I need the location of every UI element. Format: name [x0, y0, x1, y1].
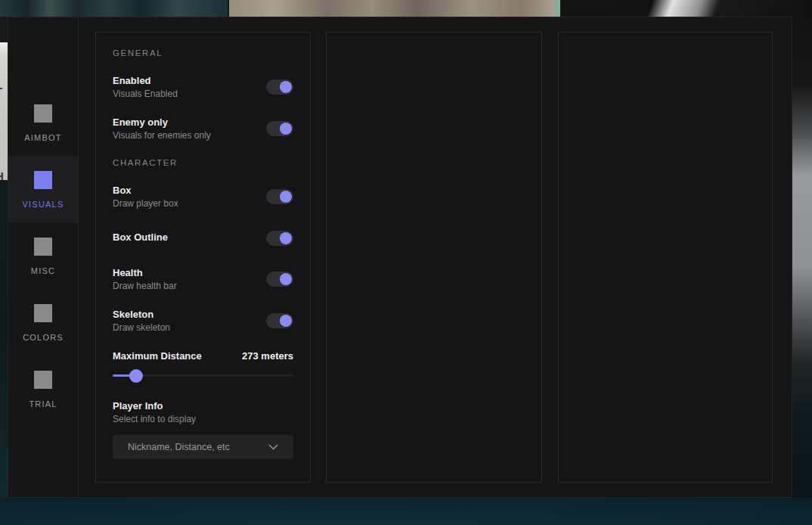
sidebar-item-trial[interactable]: TRIAL: [8, 356, 78, 422]
toggle-knob: [280, 81, 292, 93]
bg-text-fragment: T: [0, 85, 2, 98]
settings-panel-empty-2: [326, 32, 542, 483]
toggle-knob: [280, 232, 292, 244]
setting-row-max-distance: Maximum Distance 273 meters: [113, 350, 293, 377]
setting-row-health: Health Draw health bar: [113, 267, 293, 291]
toggle-knob: [280, 273, 292, 285]
setting-title: Enabled: [113, 75, 178, 86]
section-header-character: CHARACTER: [113, 158, 293, 167]
setting-title: Box Outline: [113, 231, 168, 243]
setting-title: Enemy only: [113, 116, 211, 128]
section-header-general: GENERAL: [113, 48, 293, 57]
setting-row-skeleton: Skeleton Draw skeleton: [113, 309, 293, 333]
visuals-icon: [34, 171, 52, 189]
setting-subtitle: Draw health bar: [113, 281, 177, 291]
toggle-knob: [280, 315, 292, 327]
colors-icon: [34, 304, 52, 322]
setting-subtitle: Select info to display: [113, 414, 293, 424]
bg-divider: [554, 0, 560, 17]
enabled-toggle[interactable]: [266, 79, 293, 95]
distance-slider-knob[interactable]: [129, 369, 143, 383]
dropdown-selected-value: Nickname, Distance, etc: [128, 442, 230, 452]
health-toggle[interactable]: [266, 272, 293, 287]
distance-slider[interactable]: [113, 374, 293, 377]
setting-subtitle: Visuals Enabled: [113, 89, 178, 99]
setting-title: Health: [113, 267, 177, 278]
box-toggle[interactable]: [266, 189, 293, 204]
toggle-knob: [280, 123, 292, 135]
bg-bottom-glow: [0, 498, 812, 525]
aimbot-icon: [34, 104, 52, 123]
setting-title: Player Info: [113, 400, 293, 412]
trial-icon: [34, 371, 52, 389]
box-outline-toggle[interactable]: [266, 231, 293, 246]
bg-left-text-column: T ( l H: [0, 42, 8, 180]
bg-screenshot-desert: [229, 0, 554, 17]
bg-text-fragment: H: [0, 169, 4, 180]
setting-row-enabled: Enabled Visuals Enabled: [113, 75, 293, 99]
sidebar-item-label: VISUALS: [23, 200, 64, 209]
sidebar-item-visuals[interactable]: VISUALS: [8, 156, 78, 222]
sidebar-item-label: COLORS: [23, 333, 64, 342]
sidebar-item-label: AIMBOT: [24, 133, 61, 142]
bg-screenshot-render: [560, 0, 812, 17]
sidebar-item-misc[interactable]: MISC: [8, 222, 78, 289]
distance-value: 273 meters: [242, 350, 293, 362]
visuals-settings-panel: GENERAL Enabled Visuals Enabled Enemy on…: [95, 32, 311, 483]
bg-screenshot-forest: [0, 0, 228, 17]
setting-row-enemy-only: Enemy only Visuals for enemies only: [113, 116, 293, 141]
setting-subtitle: Visuals for enemies only: [113, 130, 211, 141]
bg-right-edge-render: [792, 17, 812, 498]
bg-left-edge: [0, 17, 8, 42]
setting-row-player-info: Player Info Select info to display Nickn…: [113, 400, 293, 459]
setting-title: Skeleton: [113, 309, 170, 320]
skeleton-toggle[interactable]: [266, 313, 293, 328]
misc-icon: [34, 238, 52, 256]
bg-left-edge-lower: [0, 180, 8, 498]
chevron-down-icon: [268, 444, 278, 450]
setting-subtitle: Draw skeleton: [113, 322, 170, 333]
setting-subtitle: Draw player box: [113, 198, 178, 209]
sidebar: AIMBOT VISUALS MISC COLORS TRIAL: [8, 17, 79, 497]
enemy-only-toggle[interactable]: [266, 121, 293, 136]
sidebar-item-aimbot[interactable]: AIMBOT: [8, 89, 78, 156]
player-info-dropdown[interactable]: Nickname, Distance, etc: [113, 435, 293, 459]
setting-title: Maximum Distance: [113, 350, 202, 362]
menu-overlay: AIMBOT VISUALS MISC COLORS TRIAL GENERAL…: [8, 17, 792, 498]
sidebar-item-label: TRIAL: [29, 399, 57, 409]
setting-row-box-outline: Box Outline: [113, 226, 293, 250]
settings-panel-empty-3: [558, 32, 773, 483]
toggle-knob: [280, 191, 292, 203]
setting-row-box: Box Draw player box: [113, 185, 293, 209]
sidebar-item-label: MISC: [31, 266, 55, 275]
sidebar-item-colors[interactable]: COLORS: [8, 289, 78, 356]
setting-title: Box: [113, 185, 178, 196]
